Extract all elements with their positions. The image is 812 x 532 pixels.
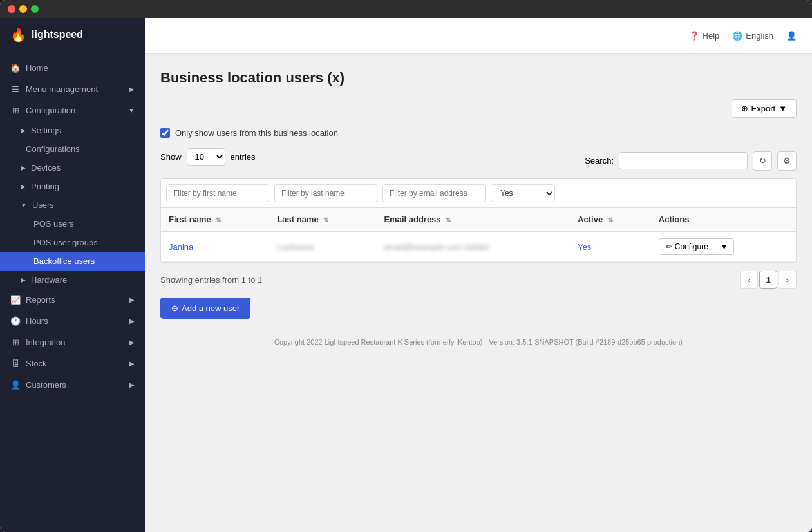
sidebar-item-home[interactable]: 🏠 Home (0, 57, 145, 79)
sidebar-item-config-label: Configuration (26, 106, 75, 115)
sidebar-item-devices[interactable]: ▶ Devices (0, 158, 145, 177)
pagination-prev-button[interactable]: ‹ (740, 271, 758, 289)
filter-firstname-input[interactable] (166, 184, 269, 202)
close-dot[interactable] (8, 5, 15, 13)
app-layout: 🔥 lightspeed 🏠 Home ☰ Menu management ▶ … (0, 18, 812, 532)
chevron-right-icon: ▶ (129, 381, 135, 388)
col-email: Email address ⇅ (376, 208, 570, 231)
sidebar-item-users[interactable]: ▼ Users (0, 196, 145, 214)
settings-button[interactable]: ⚙ (777, 151, 797, 171)
sidebar-item-configuration[interactable]: ⊞ Configuration ▼ (0, 100, 145, 121)
sidebar-item-printing[interactable]: ▶ Printing (0, 177, 145, 196)
dropdown-chevron-icon: ▼ (721, 242, 728, 251)
window-chrome (0, 0, 812, 18)
language-icon: 🌐 (732, 31, 742, 41)
sidebar-item-customers[interactable]: 👤 Customers ▶ (0, 374, 145, 395)
sidebar-item-stock[interactable]: 🗄 Stock ▶ (0, 353, 145, 374)
toolbar: ⊕ Export ▼ (160, 99, 797, 118)
help-button[interactable]: ❓ Help (689, 31, 720, 41)
customers-icon: 👤 (10, 380, 21, 390)
sidebar-item-devices-label: Devices (31, 163, 61, 173)
sort-icon[interactable]: ⇅ (446, 216, 451, 223)
business-location-checkbox-label: Only show users from this business locat… (175, 128, 338, 138)
minimize-dot[interactable] (19, 5, 27, 13)
topbar: ❓ Help 🌐 English 👤 (145, 18, 812, 54)
chevron-right-icon: ▶ (129, 296, 135, 303)
user-menu-button[interactable]: 👤 (786, 31, 797, 41)
page-content: Business location users (x) ⊕ Export ▼ O… (145, 54, 812, 532)
sidebar-item-pos-user-groups-label: POS user groups (33, 238, 98, 247)
sort-icon[interactable]: ⇅ (216, 216, 221, 223)
search-row: Search: ↻ ⚙ (585, 151, 797, 171)
cell-actions: ✏ Configure ▼ (651, 231, 796, 262)
col-actions: Actions (651, 208, 796, 231)
col-lastname: Last name ⇅ (269, 208, 376, 231)
filter-active-select[interactable]: Yes No All (491, 184, 555, 202)
sidebar-item-printing-label: Printing (31, 182, 59, 191)
sidebar-item-settings[interactable]: ▶ Settings (0, 121, 145, 140)
sidebar-item-configurations[interactable]: Configurations (0, 140, 145, 158)
add-user-label: Add a new user (182, 303, 240, 313)
sidebar-item-backoffice-users[interactable]: Backoffice users (0, 252, 145, 271)
chevron-right-icon: ▶ (129, 339, 135, 346)
chevron-right-icon: ▶ (21, 276, 26, 283)
sidebar-item-hardware[interactable]: ▶ Hardware (0, 271, 145, 289)
lastname-value: Lastname (277, 242, 314, 252)
sidebar-item-pos-user-groups[interactable]: POS user groups (0, 233, 145, 252)
integration-icon: ⊞ (10, 337, 21, 347)
refresh-button[interactable]: ↻ (753, 151, 772, 171)
sort-icon[interactable]: ⇅ (323, 216, 328, 223)
export-label: Export (751, 104, 776, 113)
sidebar: 🔥 lightspeed 🏠 Home ☰ Menu management ▶ … (0, 18, 145, 532)
copyright-text: Copyright 2022 Lightspeed Restaurant K S… (160, 338, 797, 346)
business-location-checkbox[interactable] (160, 128, 170, 138)
cell-email: email@example.com hidden (376, 231, 570, 262)
search-label: Search: (585, 156, 614, 166)
add-user-button[interactable]: ⊕ Add a new user (160, 298, 250, 319)
sidebar-item-integration[interactable]: ⊞ Integration ▶ (0, 332, 145, 353)
sidebar-item-users-label: Users (32, 200, 54, 210)
pagination-next-button[interactable]: › (779, 271, 797, 289)
chevron-right-icon: ▶ (21, 183, 26, 190)
export-button[interactable]: ⊕ Export ▼ (732, 99, 797, 118)
help-label: Help (703, 31, 720, 41)
email-value: email@example.com hidden (384, 242, 489, 252)
sidebar-item-home-label: Home (26, 63, 48, 73)
chevron-right-icon: ▶ (129, 318, 135, 325)
pagination: ‹ 1 › (740, 271, 797, 289)
firstname-link[interactable]: Janina (169, 242, 193, 252)
export-icon: ⊕ (741, 104, 748, 113)
active-link[interactable]: Yes (578, 242, 591, 252)
pagination-page-1-button[interactable]: 1 (759, 271, 777, 289)
show-entries-select[interactable]: 10 25 50 100 (187, 148, 225, 166)
sidebar-item-hours-label: Hours (26, 316, 48, 326)
logo-text: lightspeed (32, 29, 83, 41)
users-table-wrap: Yes No All First name ⇅ (160, 178, 797, 263)
reports-icon: 📈 (10, 295, 21, 305)
configure-dropdown-button[interactable]: ▼ (715, 238, 734, 255)
show-entries-row: Show 10 25 50 100 entries (160, 148, 256, 166)
actions-group: ✏ Configure ▼ (659, 238, 788, 255)
stock-icon: 🗄 (10, 359, 21, 368)
sidebar-item-menu-management[interactable]: ☰ Menu management ▶ (0, 79, 145, 100)
sidebar-item-pos-users[interactable]: POS users (0, 214, 145, 233)
configure-label: Configure (675, 242, 708, 251)
sidebar-item-reports[interactable]: 📈 Reports ▶ (0, 289, 145, 310)
chevron-right-icon: ▶ (21, 164, 26, 171)
language-selector[interactable]: 🌐 English (732, 31, 773, 41)
hours-icon: 🕐 (10, 316, 21, 326)
logo-icon: 🔥 (10, 27, 26, 43)
filter-inputs-row: Yes No All (161, 179, 796, 208)
sort-icon[interactable]: ⇅ (608, 216, 613, 223)
search-input[interactable] (619, 152, 748, 169)
sidebar-navigation: 🏠 Home ☰ Menu management ▶ ⊞ Configurati… (0, 52, 145, 532)
configure-button[interactable]: ✏ Configure (659, 238, 715, 255)
sidebar-item-configurations-label: Configurations (26, 144, 80, 154)
filter-checkbox-row: Only show users from this business locat… (160, 128, 797, 138)
sidebar-item-hours[interactable]: 🕐 Hours ▶ (0, 310, 145, 332)
maximize-dot[interactable] (31, 5, 39, 13)
filter-lastname-input[interactable] (274, 184, 377, 202)
filter-email-input[interactable] (382, 184, 486, 202)
sidebar-item-hardware-label: Hardware (31, 275, 67, 285)
sidebar-item-backoffice-users-label: Backoffice users (33, 256, 95, 266)
